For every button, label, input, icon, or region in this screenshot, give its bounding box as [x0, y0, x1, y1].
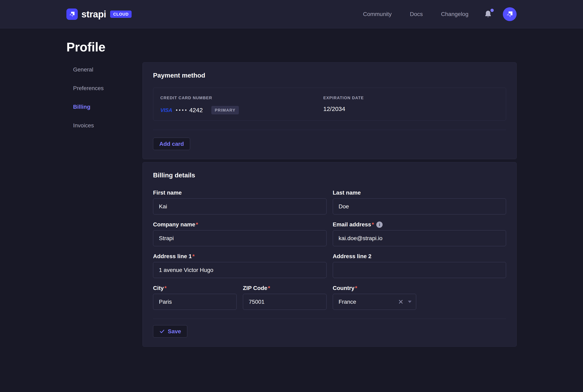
country-value: France	[339, 299, 398, 305]
payment-method-card: Payment method CREDIT CARD NUMBER VISA •…	[142, 62, 517, 159]
nav-link-community[interactable]: Community	[363, 11, 392, 18]
first-name-label: First name	[153, 189, 327, 196]
last-name-label: Last name	[333, 189, 506, 196]
info-icon[interactable]: i	[376, 222, 383, 228]
field-address1: Address line 1*	[153, 253, 327, 278]
profile-sidebar: General Preferences Billing Invoices	[66, 62, 142, 141]
save-button[interactable]: Save	[153, 325, 187, 338]
country-select[interactable]: France ✕	[333, 294, 416, 310]
zip-input[interactable]	[243, 294, 327, 310]
strapi-logo-icon	[66, 8, 78, 20]
required-asterisk: *	[196, 221, 198, 228]
field-last-name: Last name	[333, 189, 506, 214]
first-name-input[interactable]	[153, 198, 327, 214]
primary-badge: PRIMARY	[211, 106, 239, 114]
field-first-name: First name	[153, 189, 327, 214]
page-title: Profile	[66, 40, 517, 54]
add-card-button[interactable]: Add card	[153, 138, 190, 150]
billing-details-card: Billing details First name Last name	[142, 162, 517, 347]
field-company-name: Company name*	[153, 221, 327, 246]
billing-divider	[153, 319, 506, 319]
check-icon	[159, 328, 165, 334]
brand[interactable]: strapi CLOUD	[66, 8, 132, 20]
grid-spacer	[423, 285, 506, 310]
cloud-badge: CLOUD	[110, 10, 132, 18]
city-label: City*	[153, 285, 237, 292]
page-content: Profile General Preferences Billing Invo…	[0, 28, 583, 347]
company-name-input[interactable]	[153, 230, 327, 246]
sidebar-item-general[interactable]: General	[73, 67, 142, 72]
nav-link-docs[interactable]: Docs	[410, 11, 423, 18]
sidebar-item-billing[interactable]: Billing	[73, 104, 142, 110]
credit-card-row: CREDIT CARD NUMBER VISA •••• 4242 PRIMAR…	[153, 88, 506, 120]
user-avatar[interactable]	[503, 7, 517, 21]
required-asterisk: *	[372, 221, 374, 228]
brand-name: strapi	[81, 9, 106, 20]
top-navbar: strapi CLOUD Community Docs Changelog	[0, 0, 583, 28]
required-asterisk: *	[268, 285, 270, 292]
address2-input[interactable]	[333, 262, 506, 278]
last-name-input[interactable]	[333, 198, 506, 214]
address1-label: Address line 1*	[153, 253, 327, 260]
address2-label: Address line 2	[333, 253, 506, 260]
country-label: Country*	[333, 285, 416, 292]
billing-form: First name Last name Company name*	[153, 189, 506, 310]
field-zip: ZIP Code*	[243, 285, 327, 310]
billing-details-title: Billing details	[153, 171, 506, 179]
chevron-down-icon	[408, 301, 412, 303]
masked-digits: ••••	[176, 108, 188, 112]
field-address2: Address line 2	[333, 253, 506, 278]
card-last4: 4242	[189, 107, 203, 114]
required-asterisk: *	[192, 253, 194, 260]
zip-label: ZIP Code*	[243, 285, 327, 292]
nav-link-changelog[interactable]: Changelog	[441, 11, 469, 18]
required-asterisk: *	[164, 285, 167, 292]
field-country: Country* France ✕	[333, 285, 416, 310]
notifications-button[interactable]	[484, 10, 492, 19]
email-input[interactable]	[333, 230, 506, 246]
field-email: Email address* i	[333, 221, 506, 246]
clear-icon[interactable]: ✕	[398, 299, 403, 305]
payment-method-title: Payment method	[153, 72, 506, 79]
add-card-label: Add card	[159, 141, 184, 147]
navbar-links: Community Docs Changelog	[345, 7, 517, 21]
company-name-label: Company name*	[153, 221, 327, 228]
visa-logo: VISA	[160, 107, 172, 114]
credit-card-number-label: CREDIT CARD NUMBER	[160, 95, 323, 100]
city-input[interactable]	[153, 294, 237, 310]
sidebar-item-preferences[interactable]: Preferences	[73, 86, 142, 91]
save-label: Save	[168, 328, 181, 335]
required-asterisk: *	[355, 285, 357, 292]
expiration-date-value: 12/2034	[323, 106, 364, 112]
payment-divider	[153, 130, 506, 130]
notification-dot	[491, 9, 494, 12]
main-panel: Payment method CREDIT CARD NUMBER VISA •…	[142, 62, 517, 347]
field-city: City*	[153, 285, 237, 310]
strapi-avatar-icon	[506, 10, 514, 18]
expiration-date-label: EXPIRATION DATE	[323, 95, 364, 100]
sidebar-item-invoices[interactable]: Invoices	[73, 123, 142, 128]
email-label: Email address* i	[333, 221, 506, 228]
address1-input[interactable]	[153, 262, 327, 278]
